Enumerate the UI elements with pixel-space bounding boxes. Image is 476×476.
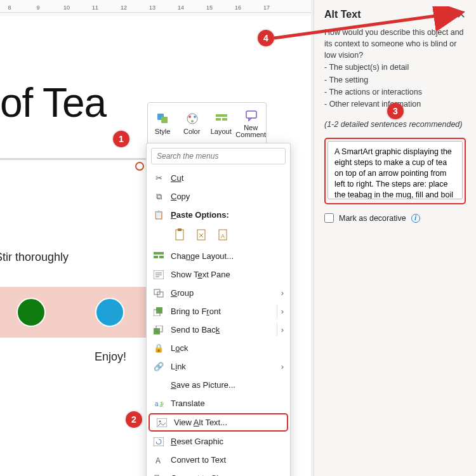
new-comment-button[interactable]: New Comment: [235, 103, 266, 145]
svg-rect-6: [216, 114, 227, 117]
change-layout-label: Change Layout...: [171, 251, 284, 261]
submenu-arrow-icon: ›: [281, 362, 284, 371]
color-icon: [185, 112, 198, 125]
bring-front-icon: [153, 306, 164, 317]
copy-label: Copy: [171, 192, 284, 201]
callout-4: 4: [258, 30, 274, 46]
lock-icon: 🔒: [153, 343, 164, 354]
mark-decorative-checkbox[interactable]: [324, 213, 334, 223]
translate-label: Translate: [171, 399, 284, 408]
info-icon[interactable]: i: [411, 214, 420, 223]
svg-text:A: A: [155, 456, 161, 465]
alt-text-panel: Alt Text ✕ How would you describe this o…: [314, 0, 476, 476]
svg-rect-10: [176, 230, 183, 240]
paste-icon: 📋: [153, 209, 164, 221]
callout-3: 3: [387, 103, 404, 119]
svg-rect-12: [197, 230, 205, 240]
save-as-picture-item[interactable]: Save as Picture...: [147, 376, 290, 394]
svg-text:a: a: [155, 400, 159, 407]
new-comment-label: New Comment: [235, 124, 266, 138]
change-layout-icon: [153, 251, 164, 262]
submenu-arrow-icon[interactable]: ›: [277, 323, 288, 336]
convert-text-icon: A: [153, 454, 164, 466]
mark-decorative-label: Mark as decorative: [339, 214, 406, 223]
ruler-num: 13: [149, 4, 155, 11]
ruler: 8 9 10 11 12 13 14 15 16 17: [0, 0, 311, 13]
selection-handle[interactable]: [135, 162, 144, 171]
svg-rect-8: [222, 118, 227, 121]
send-back-icon: [153, 324, 164, 336]
step-circle-blue: [95, 298, 124, 327]
paste-text-only-button[interactable]: A: [215, 227, 230, 243]
convert-to-text-item[interactable]: A Convert to Text: [147, 451, 290, 469]
step-circle-green: [17, 298, 46, 327]
style-button[interactable]: Style: [148, 103, 177, 145]
paste-options-row: A: [147, 224, 290, 247]
alt-bullet: - The subject(s) in detail: [324, 62, 466, 73]
svg-rect-16: [154, 256, 158, 258]
color-label: Color: [183, 128, 200, 135]
alt-text-icon: [156, 417, 168, 428]
new-comment-icon: [244, 109, 257, 122]
svg-rect-1: [161, 117, 168, 123]
mini-toolbar: Style Color Layout New Comment: [147, 102, 267, 145]
text-pane-icon: [153, 269, 164, 281]
svg-rect-32: [154, 437, 164, 446]
svg-rect-9: [246, 111, 256, 118]
ruler-num: 12: [121, 4, 127, 11]
callout-1: 1: [113, 131, 129, 147]
svg-point-5: [191, 120, 194, 122]
alt-bullet: - The setting: [324, 74, 466, 86]
translate-icon: aあ: [153, 398, 164, 409]
bring-front-label: Bring to Front: [171, 307, 277, 316]
translate-item[interactable]: aあ Translate: [147, 394, 290, 413]
reset-graphic-item[interactable]: Reset Graphic: [147, 432, 290, 451]
svg-rect-7: [216, 118, 221, 121]
layout-button[interactable]: Layout: [206, 103, 235, 145]
group-item[interactable]: Group ›: [147, 284, 290, 302]
alt-text-textarea[interactable]: [327, 141, 463, 199]
svg-rect-17: [159, 256, 164, 258]
context-menu: ✂ Cut ⧉ Copy 📋 Paste Options: A Change L…: [146, 143, 291, 476]
copy-item[interactable]: ⧉ Copy: [147, 187, 290, 206]
ruler-num: 11: [92, 4, 98, 11]
heading-divider: [0, 158, 146, 160]
paste-keep-source-button[interactable]: [172, 227, 187, 243]
bring-to-front-item[interactable]: Bring to Front ›: [147, 302, 290, 321]
link-item[interactable]: 🔗 Link ›: [147, 357, 290, 376]
color-button[interactable]: Color: [177, 103, 206, 145]
reset-label: Reset Graphic: [171, 437, 284, 446]
step-label-enjoy: Enjoy!: [72, 350, 149, 364]
svg-rect-11: [178, 228, 182, 231]
send-back-label: Send to Back: [171, 325, 277, 334]
ruler-num: 14: [178, 4, 184, 11]
ruler-num: 10: [63, 4, 70, 11]
show-text-pane-item[interactable]: Show Text Pane: [147, 265, 290, 284]
convert-to-shapes-item[interactable]: Convert to Shapes: [147, 469, 290, 476]
cut-item[interactable]: ✂ Cut: [147, 169, 290, 187]
paste-options-label: Paste Options:: [171, 210, 284, 220]
convert-shapes-icon: [153, 473, 164, 477]
submenu-arrow-icon: ›: [281, 288, 284, 298]
paste-merge-button[interactable]: [194, 227, 209, 243]
page-title: of Tea: [0, 79, 106, 126]
submenu-arrow-icon[interactable]: ›: [277, 305, 288, 318]
lock-item[interactable]: 🔒 Lock: [147, 339, 290, 357]
style-icon: [156, 112, 169, 125]
cut-label: Cut: [171, 173, 284, 183]
lock-label: Lock: [171, 343, 284, 353]
style-label: Style: [155, 128, 170, 135]
view-alt-text-item[interactable]: View Alt Text...: [149, 413, 288, 432]
svg-line-36: [274, 13, 459, 38]
convert-shapes-label: Convert to Shapes: [171, 473, 284, 476]
layout-label: Layout: [211, 128, 232, 135]
svg-point-31: [159, 420, 161, 422]
paste-options-item: 📋 Paste Options:: [147, 206, 290, 224]
menu-search-input[interactable]: [151, 148, 286, 164]
svg-rect-15: [154, 252, 164, 255]
svg-point-4: [194, 116, 196, 118]
change-layout-item[interactable]: Change Layout...: [147, 247, 290, 265]
svg-point-3: [188, 116, 191, 118]
send-to-back-item[interactable]: Send to Back ›: [147, 321, 290, 339]
smartart-diagram[interactable]: Stir thoroughly Enjoy!: [0, 235, 146, 362]
